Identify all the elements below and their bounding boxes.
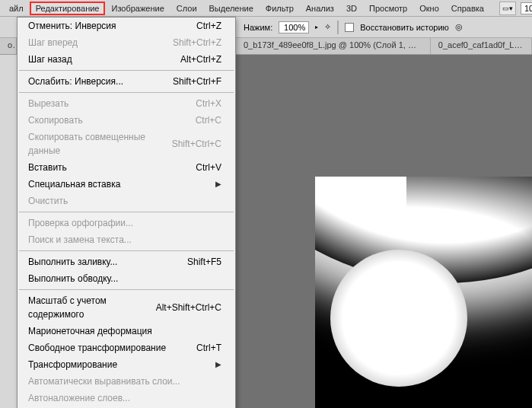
menu-item-label: Выполнить обводку... [28, 272, 118, 285]
menu-item-label: Поиск и замена текста... [28, 233, 132, 247]
opacity-label: Нажим: [244, 23, 272, 32]
menu-item-label: Масштаб с учетом содержимого [28, 294, 156, 321]
menu-file[interactable]: айл [3, 2, 30, 15]
menu-item: Автоматически выравнивать слои... [18, 373, 235, 390]
menu-item-label: Вырезать [28, 97, 68, 110]
menu-item[interactable]: Свободное трансформированиеCtrl+T [18, 339, 235, 356]
menu-item[interactable]: Масштаб с учетом содержимогоAlt+Shift+Ct… [18, 292, 235, 323]
airbrush-icon[interactable]: ✧ [324, 22, 331, 32]
menu-item-label: Очистить [28, 194, 68, 208]
menu-separator [19, 250, 234, 251]
opacity-value[interactable]: 100% [279, 21, 309, 33]
menu-item-label: Отменить: Инверсия [28, 19, 116, 33]
tab-label: 0_b173f_489ee0f8_L.jpg @ 100% (Слой 1, R… [244, 40, 431, 49]
menu-item-shortcut: Ctrl+V [196, 161, 221, 174]
menu-item: Очистить [18, 193, 235, 209]
target-icon[interactable]: ◎ [455, 22, 463, 32]
menu-image[interactable]: Изображение [105, 2, 170, 15]
menu-item[interactable]: Ослабить: Инверсия...Shift+Ctrl+F [18, 73, 235, 90]
menu-item-label: Автоналожение слоев... [28, 391, 130, 405]
menubar-right: ▭▾ 100% ▼ ✋ ▦ ▤ [499, 2, 532, 15]
menu-item-label: Марионеточная деформация [28, 324, 152, 338]
menu-item: Проверка орфографии... [18, 215, 235, 231]
document-tab[interactable]: 0_acef0_caf1ad0f_L.jpg @ [431, 38, 532, 54]
menu-item[interactable]: Выполнить заливку...Shift+F5 [18, 253, 235, 270]
menu-item-label: Свободное трансформирование [28, 341, 166, 355]
menu-item[interactable]: Выполнить обводку... [18, 270, 235, 287]
restore-history-checkbox[interactable] [345, 23, 354, 32]
menu-separator [19, 92, 234, 93]
menu-view[interactable]: Просмотр [363, 2, 413, 15]
restore-history-label: Восстановить историю [360, 23, 449, 32]
menu-item[interactable]: Марионеточная деформация [18, 323, 235, 339]
menu-window[interactable]: Окно [413, 2, 445, 15]
menu-item-shortcut: Ctrl+Z [196, 19, 221, 33]
menu-item: Поиск и замена текста... [18, 231, 235, 248]
menu-item-shortcut: Ctrl+C [196, 113, 221, 127]
menu-item-label: Скопировать совмещенные данные [28, 130, 172, 158]
screen-mode-icon[interactable]: ▭▾ [499, 2, 516, 15]
menu-analysis[interactable]: Анализ [300, 2, 340, 15]
menu-item-label: Шаг назад [28, 53, 72, 66]
menu-item-label: Скопировать [28, 113, 83, 127]
menu-layers[interactable]: Слои [170, 2, 203, 15]
menu-item-shortcut: Shift+Ctrl+C [172, 137, 221, 151]
menu-item-label: Трансформирование [28, 358, 117, 371]
menu-item: Автоналожение слоев... [18, 390, 235, 406]
menu-edit[interactable]: Редактирование [30, 2, 106, 15]
chevron-right-icon: ▶ [215, 358, 221, 371]
canvas-area[interactable] [236, 55, 532, 408]
zoom-value[interactable]: 100% [521, 2, 532, 14]
menu-item-label: Выполнить заливку... [28, 255, 117, 269]
menu-item-label: Проверка орфографии... [28, 216, 133, 230]
chevron-right-icon: ▶ [215, 177, 221, 191]
menu-item-shortcut: Ctrl+T [196, 341, 221, 355]
menu-item-shortcut: Shift+F5 [187, 255, 221, 269]
menu-item[interactable]: Шаг назадAlt+Ctrl+Z [18, 51, 235, 68]
menu-item-label: Ослабить: Инверсия... [28, 75, 123, 88]
tab-label: 0_acef0_caf1ad0f_L.jpg @ [438, 40, 532, 49]
menu-item-shortcut: Shift+Ctrl+F [173, 75, 221, 88]
menu-item: ВырезатьCtrl+X [18, 95, 235, 112]
separator [337, 21, 339, 34]
menu-item-shortcut: Alt+Shift+Ctrl+C [156, 301, 221, 314]
menu-item: Шаг впередShift+Ctrl+Z [18, 34, 235, 51]
menu-item[interactable]: Специальная вставка▶ [18, 176, 235, 193]
menu-separator [19, 289, 234, 290]
document-tab[interactable]: 0_b173f_489ee0f8_L.jpg @ 100% (Слой 1, R… [236, 38, 431, 54]
canvas-image [315, 177, 532, 408]
menu-separator [19, 212, 234, 212]
menu-item-label: Специальная вставка [28, 177, 120, 191]
menu-help[interactable]: Справка [445, 2, 490, 15]
document-tab[interactable]: ong @ [0, 38, 17, 54]
menu-item: СкопироватьCtrl+C [18, 112, 235, 129]
menu-filter[interactable]: Фильтр [260, 2, 300, 15]
menubar: айл Редактирование Изображение Слои Выде… [0, 0, 532, 17]
menu-item-label: Вставить [28, 161, 67, 174]
menu-item-shortcut: Ctrl+X [196, 97, 221, 110]
menu-3d[interactable]: 3D [340, 2, 363, 15]
menu-item[interactable]: Трансформирование▶ [18, 356, 235, 373]
menu-item-label: Автоматически выравнивать слои... [28, 375, 180, 388]
menu-item-label: Шаг вперед [28, 36, 78, 49]
menu-select[interactable]: Выделение [203, 2, 260, 15]
chevron-down-icon[interactable]: ▸ [315, 24, 318, 30]
menu-item: Скопировать совмещенные данныеShift+Ctrl… [18, 129, 235, 159]
menu-item-shortcut: Shift+Ctrl+Z [173, 36, 221, 49]
edit-menu-dropdown: Отменить: ИнверсияCtrl+ZШаг впередShift+… [17, 17, 236, 408]
menu-separator [19, 70, 234, 71]
menu-item[interactable]: ВставитьCtrl+V [18, 159, 235, 176]
menu-item[interactable]: Отменить: ИнверсияCtrl+Z [18, 18, 235, 34]
menu-item-shortcut: Alt+Ctrl+Z [180, 53, 221, 66]
